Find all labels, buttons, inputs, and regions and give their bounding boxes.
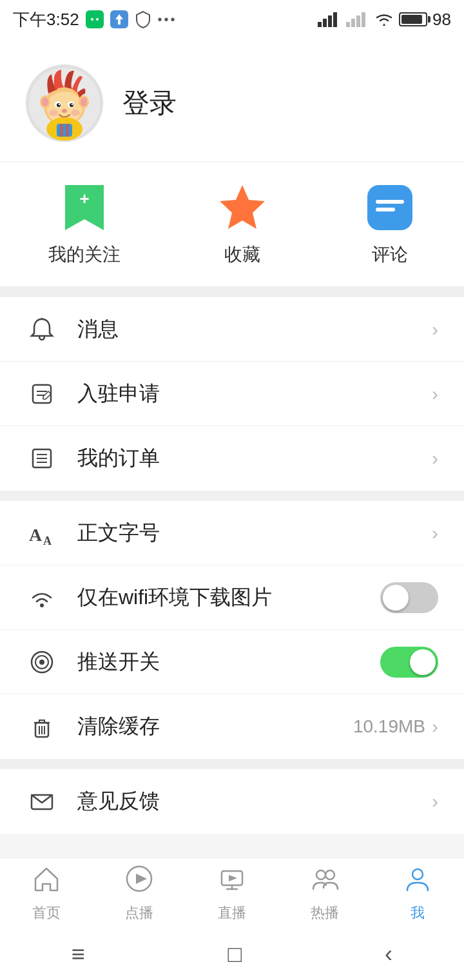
cache-right: 10.19MB › bbox=[353, 716, 438, 738]
push-right[interactable] bbox=[380, 647, 438, 678]
cache-label: 清除缓存 bbox=[77, 712, 353, 741]
svg-text:+: + bbox=[79, 189, 89, 208]
wifi-icon bbox=[26, 585, 58, 611]
svg-text:A: A bbox=[43, 534, 52, 546]
menu-item-wifi[interactable]: 仅在wifi环境下载图片 bbox=[0, 565, 464, 630]
svg-point-64 bbox=[316, 870, 325, 879]
wifi-toggle[interactable] bbox=[380, 582, 438, 613]
play-icon bbox=[125, 865, 153, 899]
menu-item-cache[interactable]: 清除缓存 10.19MB › bbox=[0, 694, 464, 759]
push-label: 推送开关 bbox=[77, 648, 380, 676]
svg-marker-34 bbox=[220, 185, 265, 229]
fontsize-right: › bbox=[432, 522, 438, 544]
person-icon bbox=[403, 865, 432, 899]
sys-back-btn[interactable]: ‹ bbox=[385, 941, 392, 968]
apply-right: › bbox=[432, 383, 438, 405]
comment-icon-wrap bbox=[364, 182, 416, 233]
menu-item-order[interactable]: 我的订单 › bbox=[0, 426, 464, 491]
wifi-status-icon bbox=[374, 12, 394, 27]
signal2-icon bbox=[346, 12, 369, 27]
sys-menu-btn[interactable]: ≡ bbox=[72, 941, 85, 968]
more-dots: ••• bbox=[158, 12, 177, 27]
svg-point-19 bbox=[70, 103, 73, 107]
upload-icon bbox=[110, 10, 128, 28]
svg-point-27 bbox=[49, 110, 58, 116]
chat-icon bbox=[364, 182, 416, 233]
nav-item-me[interactable]: 我 bbox=[371, 865, 464, 923]
message-chevron: › bbox=[432, 318, 438, 340]
target-icon bbox=[26, 649, 58, 675]
divider-3 bbox=[0, 759, 464, 769]
login-text[interactable]: 登录 bbox=[122, 85, 177, 121]
svg-point-18 bbox=[57, 103, 61, 107]
live-icon bbox=[218, 865, 246, 899]
collect-icon-wrap bbox=[217, 182, 268, 233]
menu-item-fontsize[interactable]: A A 正文字号 › bbox=[0, 501, 464, 565]
svg-rect-0 bbox=[86, 10, 104, 28]
follow-icon-wrap: + bbox=[59, 182, 110, 233]
svg-point-24 bbox=[42, 97, 48, 106]
action-collect[interactable]: 收藏 bbox=[217, 182, 268, 267]
svg-point-21 bbox=[72, 104, 73, 105]
action-comment[interactable]: 评论 bbox=[364, 182, 416, 267]
nav-vod-label: 点播 bbox=[125, 903, 153, 923]
message-right: › bbox=[432, 318, 438, 340]
svg-marker-59 bbox=[136, 874, 147, 884]
wifi-right[interactable] bbox=[380, 582, 438, 613]
svg-point-20 bbox=[59, 104, 60, 105]
apply-chevron: › bbox=[432, 383, 438, 405]
push-toggle-knob bbox=[410, 649, 436, 675]
divider-2 bbox=[0, 491, 464, 501]
profile-section[interactable]: 登录 bbox=[0, 39, 464, 161]
svg-rect-7 bbox=[328, 15, 332, 27]
wifi-label: 仅在wifi环境下载图片 bbox=[77, 583, 380, 612]
nav-item-home[interactable]: 首页 bbox=[0, 865, 93, 923]
status-time: 下午3:52 bbox=[13, 8, 79, 31]
menu-item-feedback[interactable]: 意见反馈 › bbox=[0, 769, 464, 834]
order-label: 我的订单 bbox=[77, 444, 432, 473]
nav-home-label: 首页 bbox=[32, 903, 61, 923]
svg-rect-8 bbox=[333, 12, 337, 27]
avatar[interactable] bbox=[26, 64, 103, 142]
nav-item-hot[interactable]: 热播 bbox=[278, 865, 371, 923]
signal-icon bbox=[318, 12, 341, 27]
svg-point-65 bbox=[325, 870, 334, 879]
battery-level: 98 bbox=[432, 10, 451, 30]
collect-label: 收藏 bbox=[224, 242, 260, 267]
svg-rect-37 bbox=[376, 208, 395, 211]
menu-item-push[interactable]: 推送开关 bbox=[0, 630, 464, 694]
nav-item-live[interactable]: 直播 bbox=[186, 865, 278, 923]
svg-rect-11 bbox=[356, 15, 360, 27]
svg-rect-9 bbox=[346, 22, 350, 27]
feedback-label: 意见反馈 bbox=[77, 787, 432, 816]
list-icon bbox=[26, 446, 58, 471]
menu-group-1: 消息 › 入驻申请 › bbox=[0, 297, 464, 491]
svg-point-26 bbox=[81, 97, 87, 106]
quick-actions: + 我的关注 收藏 评论 bbox=[0, 162, 464, 287]
svg-rect-10 bbox=[351, 19, 355, 27]
svg-rect-12 bbox=[362, 12, 365, 27]
wechat-icon bbox=[86, 10, 104, 28]
svg-point-1 bbox=[91, 18, 93, 21]
menu-item-message[interactable]: 消息 › bbox=[0, 297, 464, 362]
sys-home-btn[interactable]: □ bbox=[228, 941, 242, 968]
svg-marker-61 bbox=[229, 875, 237, 881]
svg-rect-31 bbox=[60, 124, 63, 137]
feedback-chevron: › bbox=[432, 790, 438, 812]
svg-text:A: A bbox=[29, 525, 43, 545]
svg-rect-6 bbox=[323, 19, 327, 27]
apply-label: 入驻申请 bbox=[77, 380, 432, 408]
action-follow[interactable]: + 我的关注 bbox=[48, 182, 121, 267]
nav-me-label: 我 bbox=[411, 903, 425, 923]
menu-item-apply[interactable]: 入驻申请 › bbox=[0, 362, 464, 426]
status-bar: 下午3:52 ••• bbox=[0, 0, 464, 39]
order-chevron: › bbox=[432, 447, 438, 469]
menu-group-2: A A 正文字号 › 仅在wifi环境下载图片 bbox=[0, 501, 464, 759]
push-toggle[interactable] bbox=[380, 647, 438, 678]
svg-point-66 bbox=[412, 869, 423, 879]
fontsize-chevron: › bbox=[432, 522, 438, 544]
cache-value: 10.19MB bbox=[353, 716, 425, 737]
nav-item-vod[interactable]: 点播 bbox=[93, 865, 186, 923]
svg-rect-5 bbox=[318, 22, 322, 27]
mail-icon bbox=[26, 789, 58, 814]
